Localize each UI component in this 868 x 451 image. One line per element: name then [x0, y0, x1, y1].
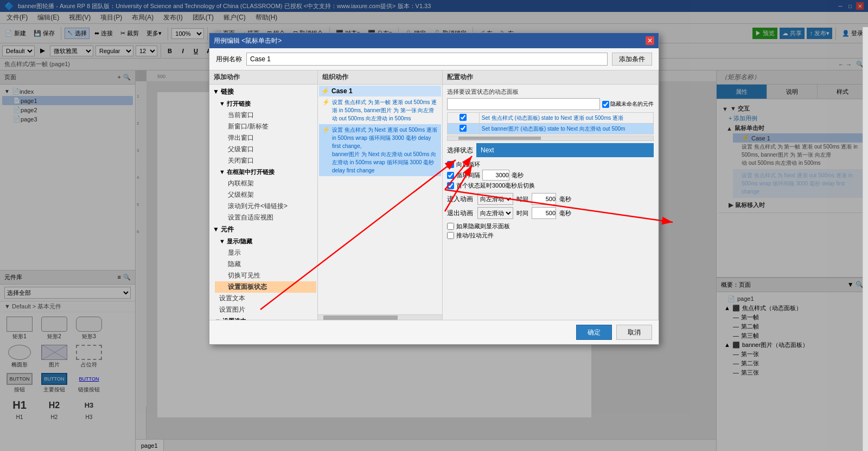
config-row-2-check[interactable]	[459, 125, 467, 132]
config-row-2[interactable]: Set banner图片 (动态面板) state to Next 向左滑动 o…	[448, 124, 654, 134]
action-inline-frame[interactable]: 内联框架	[215, 178, 316, 189]
exit-anim-row: 退出动画 向左滑动 时间 毫秒	[447, 207, 654, 219]
first-state-delay-check[interactable]	[447, 182, 454, 189]
state-select-value[interactable]: Next	[476, 143, 654, 157]
modal-title-bar: 用例编辑 <鼠标单击时> ✕	[209, 33, 659, 48]
action-group-link[interactable]: ▼ 链接	[210, 86, 316, 98]
action-scroll-to[interactable]: 滚动到元件<锚链接>	[215, 201, 316, 212]
case-name-input[interactable]	[246, 53, 608, 66]
state-select-row: 选择状态 Next	[447, 143, 654, 157]
enter-anim-label: 进入动画	[447, 195, 474, 204]
modal-ok-btn[interactable]: 确定	[576, 325, 612, 340]
exit-time-label: 时间	[516, 209, 528, 217]
config-section-title: 选择要设置状态的动态面板	[447, 88, 654, 96]
checkbox-loop-interval: 循环间隔 毫秒	[447, 170, 654, 181]
exit-anim-label: 退出动画	[447, 209, 474, 218]
organize-action-2[interactable]: ⚡ 设置 焦点样式 为 Next 逐渐 out 500ms 逐渐 in 500m…	[319, 124, 441, 176]
config-panel-section: 选择要设置状态的动态面板 隐藏未命名的元件	[444, 86, 657, 243]
action-group-element[interactable]: ▼ 元件	[210, 223, 316, 236]
modal-dialog: 用例编辑 <鼠标单击时> ✕ 用例名称 添加条件 添加动作 ▼ 链接	[209, 33, 659, 345]
action-set-panel-state[interactable]: 设置面板状态	[215, 281, 316, 293]
action-parent-frame[interactable]: 父级框架	[215, 189, 316, 201]
action-set-image[interactable]: 设置图片	[210, 304, 316, 315]
backward-loop-check[interactable]	[447, 161, 454, 168]
modal-overlay: 用例编辑 <鼠标单击时> ✕ 用例名称 添加条件 添加动作 ▼ 链接	[0, 0, 868, 451]
loop-interval-unit: 毫秒	[512, 171, 524, 179]
case-header: ⚡ Case 1	[319, 86, 441, 96]
add-condition-btn[interactable]: 添加条件	[612, 53, 652, 66]
show-if-hidden-row: 如果隐藏则显示面板	[447, 222, 654, 230]
push-pull-label: 推动/拉动元件	[456, 231, 494, 240]
action-adaptive-view[interactable]: 设置自适应视图	[215, 212, 316, 223]
loop-interval-label: 循环间隔	[456, 171, 480, 179]
organize-action-header: 组织动作	[318, 70, 442, 85]
exit-time-input[interactable]	[532, 207, 556, 219]
config-row-1[interactable]: Set 焦点样式 (动态面板) state to Next 逐渐 out 500…	[448, 113, 654, 124]
enter-time-input[interactable]	[532, 193, 556, 205]
config-table: Set 焦点样式 (动态面板) state to Next 逐渐 out 500…	[447, 112, 654, 134]
enter-time-unit: 毫秒	[559, 195, 571, 203]
push-pull-row: 推动/拉动元件	[447, 231, 654, 240]
enter-anim-select[interactable]: 向左滑动	[477, 193, 513, 205]
action-show-hide[interactable]: ▼ 显示/隐藏	[215, 236, 316, 247]
action-set-selected[interactable]: ▼ 设置选中	[210, 315, 316, 320]
action-set-text[interactable]: 设置文本	[210, 293, 316, 304]
action-subgroup-frame-link: ▼ 在框架中打开链接 内联框架 父级框架 滚动到元件<锚链接> 设置自适应视图	[210, 166, 316, 223]
organize-action-1[interactable]: ⚡ 设置 焦点样式 为 第一帧 逐渐 out 500ms 逐渐 in 500ms…	[319, 96, 441, 124]
action-subgroup-show-hide: ▼ 显示/隐藏 显示 隐藏 切换可见性 设置面板状态	[210, 236, 316, 293]
action-new-window[interactable]: 新窗口/新标签	[215, 121, 316, 132]
action-frame-link[interactable]: ▼ 在框架中打开链接	[215, 166, 316, 178]
action-close-window[interactable]: 关闭窗口	[215, 155, 316, 166]
action-parent-window[interactable]: 父级窗口	[215, 144, 316, 155]
configure-action-col: 配置动作 选择要设置状态的动态面板 隐藏未命名的元件	[443, 70, 659, 320]
action-subgroup-open-link: ▼ 打开链接 当前窗口 新窗口/新标签 弹出窗口 父级窗口 关闭窗口	[210, 98, 316, 166]
action-show[interactable]: 显示	[215, 247, 316, 259]
action-popup[interactable]: 弹出窗口	[215, 132, 316, 144]
add-action-header: 添加动作	[209, 70, 317, 85]
action-toggle-visibility[interactable]: 切换可见性	[215, 270, 316, 281]
first-state-delay-label: 首个状态延时3000毫秒后切换	[456, 182, 535, 190]
exit-anim-select[interactable]: 向左滑动	[477, 207, 513, 219]
configure-action-header: 配置动作	[443, 70, 658, 85]
case-name-label: 用例名称	[216, 55, 242, 64]
modal-footer: 确定 取消	[209, 320, 659, 344]
config-filter-input[interactable]	[447, 98, 600, 110]
show-if-hidden-check[interactable]	[447, 223, 454, 230]
organize-col-hscroll[interactable]	[318, 314, 442, 320]
checkbox-first-state-delay: 首个状态延时3000毫秒后切换	[447, 182, 654, 190]
modal-cancel-btn[interactable]: 取消	[616, 325, 652, 340]
action-current-window[interactable]: 当前窗口	[215, 109, 316, 121]
enter-anim-row: 进入动画 向左滑动 时间 毫秒	[447, 193, 654, 205]
add-action-col: 添加动作 ▼ 链接 ▼ 打开链接 当前窗口 新窗口/新标签 弹出窗口 父级窗口 …	[209, 70, 318, 320]
enter-time-label: 时间	[516, 195, 528, 203]
add-action-content: ▼ 链接 ▼ 打开链接 当前窗口 新窗口/新标签 弹出窗口 父级窗口 关闭窗口 …	[209, 85, 317, 320]
state-select-label: 选择状态	[447, 146, 473, 155]
modal-close-btn[interactable]: ✕	[646, 36, 654, 45]
backward-loop-label: 向后循环	[456, 160, 480, 169]
config-filter-row: 隐藏未命名的元件	[447, 98, 654, 110]
push-pull-check[interactable]	[447, 232, 454, 239]
modal-header-row: 用例名称 添加条件	[209, 48, 659, 70]
show-if-hidden-label: 如果隐藏则显示面板	[456, 222, 510, 230]
action-col-scrollbar[interactable]	[863, 27, 868, 451]
loop-interval-value[interactable]	[482, 170, 509, 181]
organize-action-content: ⚡ Case 1 ⚡ 设置 焦点样式 为 第一帧 逐渐 out 500ms 逐渐…	[318, 85, 442, 314]
action-open-link[interactable]: ▼ 打开链接	[215, 98, 316, 109]
loop-interval-check[interactable]	[447, 172, 454, 179]
modal-body: 添加动作 ▼ 链接 ▼ 打开链接 当前窗口 新窗口/新标签 弹出窗口 父级窗口 …	[209, 70, 659, 320]
action-hide[interactable]: 隐藏	[215, 259, 316, 270]
modal-title: 用例编辑 <鼠标单击时>	[214, 36, 282, 46]
exit-time-unit: 毫秒	[559, 209, 571, 217]
organize-action-col: 组织动作 ⚡ Case 1 ⚡ 设置 焦点样式 为 第一帧 逐渐 out 500…	[318, 70, 443, 320]
hide-unnamed-checkbox[interactable]	[602, 101, 609, 108]
checkbox-backward-loop: 向后循环	[447, 160, 654, 169]
configure-action-content: 选择要设置状态的动态面板 隐藏未命名的元件	[443, 85, 658, 320]
config-hscroll[interactable]	[447, 136, 654, 141]
config-row-1-check[interactable]	[459, 114, 467, 121]
hide-unnamed-label: 隐藏未命名的元件	[602, 100, 654, 108]
